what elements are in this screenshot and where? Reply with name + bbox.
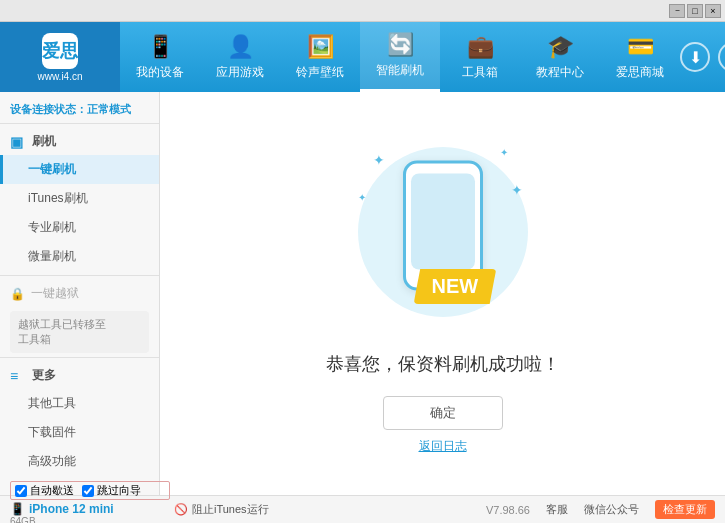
sidebar-item-other-tools[interactable]: 其他工具 bbox=[0, 389, 159, 418]
logo-icon: 爱思 bbox=[42, 33, 78, 69]
phone-screen bbox=[411, 174, 475, 270]
sidebar-divider-1 bbox=[0, 275, 159, 276]
auto-close-input[interactable] bbox=[15, 485, 27, 497]
device-icon: 📱 bbox=[10, 502, 25, 516]
more-section-icon: ≡ bbox=[10, 368, 26, 384]
main-content: ✦ ✦ ✦ ✦ NEW 恭喜您，保资料刷机成功啦！ 确定 返回日志 bbox=[160, 92, 725, 495]
smart-shop-icon: 🔄 bbox=[387, 32, 414, 58]
toolbox-icon: 💼 bbox=[467, 34, 494, 60]
nav-item-apps-games[interactable]: 👤 应用游戏 bbox=[200, 22, 280, 92]
bottom-right: V7.98.66 客服 微信公众号 检查更新 bbox=[486, 500, 715, 519]
back-link[interactable]: 返回日志 bbox=[419, 438, 467, 455]
nav-item-label-toolbox: 工具箱 bbox=[462, 64, 498, 81]
device-info: 📱 iPhone 12 mini 64GB Down-12mini-13.1 bbox=[10, 502, 170, 523]
sidebar-item-itunes-flash[interactable]: iTunes刷机 bbox=[0, 184, 159, 213]
other-tools-label: 其他工具 bbox=[28, 396, 76, 410]
ringtone-icon: 🖼️ bbox=[307, 34, 334, 60]
nav-item-label-tutorial: 教程中心 bbox=[536, 64, 584, 81]
itunes-stop-icon: 🚫 bbox=[174, 503, 188, 516]
sidebar-item-advanced[interactable]: 高级功能 bbox=[0, 447, 159, 476]
sidebar-item-one-click-flash[interactable]: 一键刷机 bbox=[0, 155, 159, 184]
nav-item-tutorial[interactable]: 🎓 教程中心 bbox=[520, 22, 600, 92]
lock-icon: 🔒 bbox=[10, 287, 25, 301]
sidebar-notice-jailbreak: 越狱工具已转移至工具箱 bbox=[10, 311, 149, 353]
sidebar-divider-2 bbox=[0, 357, 159, 358]
advanced-label: 高级功能 bbox=[28, 454, 76, 468]
itunes-notice-text: 阻止iTunes运行 bbox=[192, 502, 269, 517]
skip-wizard-checkbox[interactable]: 跳过向导 bbox=[82, 483, 141, 498]
sidebar: 设备连接状态：正常模式 ▣ 刷机 一键刷机 iTunes刷机 专业刷机 微量刷机… bbox=[0, 92, 160, 495]
more-section-label: 更多 bbox=[32, 367, 56, 384]
customer-service-link[interactable]: 客服 bbox=[546, 502, 568, 517]
sidebar-locked-jailbreak: 🔒 一键越狱 bbox=[0, 280, 159, 307]
minimize-btn[interactable]: － bbox=[669, 4, 685, 18]
nav-item-label-apps-games: 应用游戏 bbox=[216, 64, 264, 81]
locked-label: 一键越狱 bbox=[31, 285, 79, 302]
user-btn[interactable]: 👤 bbox=[718, 42, 725, 72]
version-text: V7.98.66 bbox=[486, 504, 530, 516]
star-4: ✦ bbox=[511, 182, 523, 198]
maximize-btn[interactable]: □ bbox=[687, 4, 703, 18]
nav-item-smart-shop[interactable]: 🔄 智能刷机 bbox=[360, 22, 440, 92]
nav-item-label-ringtone: 铃声壁纸 bbox=[296, 64, 344, 81]
star-2: ✦ bbox=[500, 147, 508, 158]
star-3: ✦ bbox=[358, 192, 366, 203]
nav-item-shop[interactable]: 💳 爱思商城 bbox=[600, 22, 680, 92]
sidebar-item-micro-flash[interactable]: 微量刷机 bbox=[0, 242, 159, 271]
skip-wizard-label: 跳过向导 bbox=[97, 483, 141, 498]
top-nav: 爱思 www.i4.cn 📱 我的设备 👤 应用游戏 🖼️ 铃声壁纸 🔄 智能刷… bbox=[0, 22, 725, 92]
shop-icon: 💳 bbox=[627, 34, 654, 60]
pro-flash-label: 专业刷机 bbox=[28, 220, 76, 234]
sidebar-section-more: ≡ 更多 bbox=[0, 362, 159, 389]
nav-item-label-smart-shop: 智能刷机 bbox=[376, 62, 424, 79]
bottom-bar: 自动歇送 跳过向导 📱 iPhone 12 mini 64GB Down-12m… bbox=[0, 495, 725, 523]
star-1: ✦ bbox=[373, 152, 385, 168]
status-label: 设备连接状态： bbox=[10, 103, 87, 115]
nav-item-ringtone[interactable]: 🖼️ 铃声壁纸 bbox=[280, 22, 360, 92]
nav-items: 📱 我的设备 👤 应用游戏 🖼️ 铃声壁纸 🔄 智能刷机 💼 工具箱 🎓 教程中… bbox=[120, 22, 680, 92]
device-name-text: iPhone 12 mini bbox=[29, 502, 114, 516]
nav-right-buttons: ⬇ 👤 bbox=[680, 42, 725, 72]
auto-close-label: 自动歇送 bbox=[30, 483, 74, 498]
sidebar-section-flash: ▣ 刷机 bbox=[0, 128, 159, 155]
nav-item-my-device[interactable]: 📱 我的设备 bbox=[120, 22, 200, 92]
auto-close-checkbox[interactable]: 自动歇送 bbox=[15, 483, 74, 498]
skip-wizard-input[interactable] bbox=[82, 485, 94, 497]
status-value: 正常模式 bbox=[87, 103, 131, 115]
nav-item-toolbox[interactable]: 💼 工具箱 bbox=[440, 22, 520, 92]
success-illustration: ✦ ✦ ✦ ✦ NEW bbox=[343, 132, 543, 332]
flash-section-icon: ▣ bbox=[10, 134, 26, 150]
flash-section-label: 刷机 bbox=[32, 133, 56, 150]
new-badge: NEW bbox=[414, 269, 497, 304]
notice-text: 越狱工具已转移至工具箱 bbox=[18, 318, 106, 345]
main-area: 设备连接状态：正常模式 ▣ 刷机 一键刷机 iTunes刷机 专业刷机 微量刷机… bbox=[0, 92, 725, 495]
one-click-flash-label: 一键刷机 bbox=[28, 162, 76, 176]
logo-text: www.i4.cn bbox=[37, 71, 82, 82]
sidebar-status: 设备连接状态：正常模式 bbox=[0, 96, 159, 124]
sidebar-item-pro-flash[interactable]: 专业刷机 bbox=[0, 213, 159, 242]
title-bar: － □ × bbox=[0, 0, 725, 22]
success-title: 恭喜您，保资料刷机成功啦！ bbox=[326, 352, 560, 376]
confirm-button[interactable]: 确定 bbox=[383, 396, 503, 430]
bottom-left-section: 自动歇送 跳过向导 📱 iPhone 12 mini 64GB Down-12m… bbox=[10, 481, 170, 523]
nav-item-label-shop: 爱思商城 bbox=[616, 64, 664, 81]
itunes-notice: 🚫 阻止iTunes运行 bbox=[174, 502, 269, 517]
download-firmware-label: 下载固件 bbox=[28, 425, 76, 439]
close-btn[interactable]: × bbox=[705, 4, 721, 18]
device-storage: 64GB bbox=[10, 516, 170, 523]
nav-item-label-my-device: 我的设备 bbox=[136, 64, 184, 81]
logo-area: 爱思 www.i4.cn bbox=[0, 22, 120, 92]
checkboxes-container: 自动歇送 跳过向导 bbox=[10, 481, 170, 500]
itunes-flash-label: iTunes刷机 bbox=[28, 191, 88, 205]
micro-flash-label: 微量刷机 bbox=[28, 249, 76, 263]
download-btn[interactable]: ⬇ bbox=[680, 42, 710, 72]
my-device-icon: 📱 bbox=[147, 34, 174, 60]
tutorial-icon: 🎓 bbox=[547, 34, 574, 60]
title-bar-controls[interactable]: － □ × bbox=[669, 4, 721, 18]
apps-games-icon: 👤 bbox=[227, 34, 254, 60]
sidebar-item-download-firmware[interactable]: 下载固件 bbox=[0, 418, 159, 447]
device-name: 📱 iPhone 12 mini bbox=[10, 502, 170, 516]
check-update-btn[interactable]: 检查更新 bbox=[655, 500, 715, 519]
wechat-link[interactable]: 微信公众号 bbox=[584, 502, 639, 517]
